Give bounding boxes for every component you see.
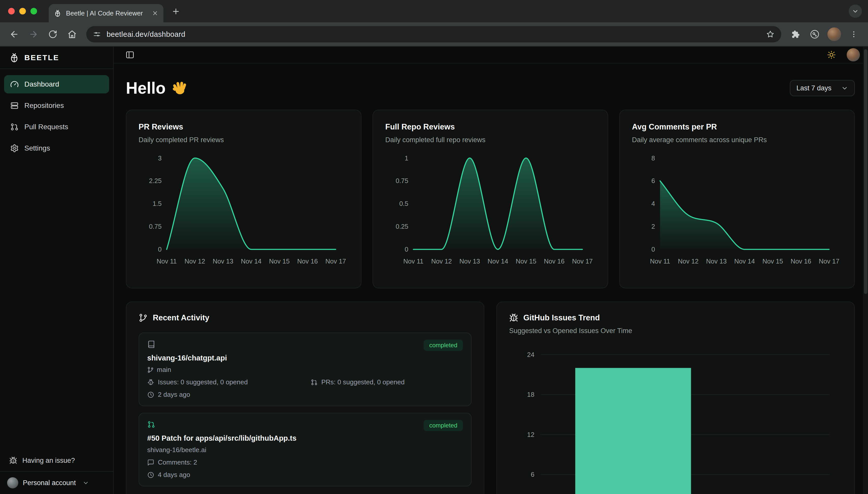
clock-icon — [147, 391, 154, 398]
activity-item-repo[interactable]: completed shivang-16/chatgpt.api main — [139, 332, 471, 406]
card-title: GitHub Issues Trend — [523, 313, 600, 322]
nav-label: Dashboard — [24, 80, 59, 88]
url-text: beetleai.dev/dashboard — [107, 30, 185, 39]
svg-text:Nov 13: Nov 13 — [706, 258, 727, 265]
user-avatar[interactable] — [847, 48, 860, 61]
forward-icon[interactable] — [24, 25, 43, 43]
beetle-favicon-icon — [54, 10, 61, 17]
sidebar: BEETLE Dashboard Repositories Pull Reque… — [0, 47, 114, 494]
svg-text:1.5: 1.5 — [153, 200, 162, 207]
svg-text:Nov 13: Nov 13 — [459, 258, 480, 265]
repositories-icon — [10, 101, 19, 110]
svg-text:0.25: 0.25 — [396, 223, 408, 230]
nav-label: Repositories — [24, 101, 64, 110]
password-manager-icon[interactable] — [806, 25, 824, 43]
svg-text:Nov 16: Nov 16 — [297, 258, 318, 265]
svg-text:6: 6 — [531, 471, 534, 478]
dashboard-content: Hello Last 7 days PR Reviews Daily compl… — [114, 63, 868, 494]
activity-item-pr[interactable]: completed #50 Patch for apps/api/src/lib… — [139, 413, 471, 487]
page-greeting: Hello — [126, 79, 188, 97]
svg-text:Nov 15: Nov 15 — [269, 258, 290, 265]
card-title: Avg Comments per PR — [632, 122, 842, 132]
svg-text:Nov 11: Nov 11 — [650, 258, 670, 265]
fullscreen-window-button[interactable] — [31, 8, 37, 15]
sidebar-nav: Dashboard Repositories Pull Requests Set… — [0, 69, 113, 164]
sidebar-item-settings[interactable]: Settings — [4, 139, 109, 157]
svg-text:3: 3 — [158, 155, 162, 162]
waving-hand-icon — [172, 80, 188, 96]
issues-icon — [147, 379, 154, 386]
gear-icon — [10, 144, 19, 153]
home-icon[interactable] — [63, 25, 81, 43]
svg-text:Nov 11: Nov 11 — [157, 258, 177, 265]
scrollbar[interactable] — [863, 47, 868, 494]
svg-text:0.75: 0.75 — [396, 177, 408, 184]
browser-profile-avatar[interactable] — [827, 27, 841, 41]
svg-text:Nov 16: Nov 16 — [544, 258, 564, 265]
pull-request-icon — [311, 379, 318, 386]
sidebar-item-repositories[interactable]: Repositories — [4, 96, 109, 115]
svg-text:0: 0 — [652, 246, 655, 253]
account-label: Personal account — [23, 479, 76, 487]
sidebar-item-dashboard[interactable]: Dashboard — [4, 75, 109, 93]
svg-text:Nov 15: Nov 15 — [763, 258, 783, 265]
avg-comments-chart: 02468Nov 11Nov 12Nov 13Nov 14Nov 15Nov 1… — [632, 151, 842, 267]
repo-name: shivang-16/beetle.ai — [147, 446, 206, 454]
prs-stat: PRs: 0 suggested, 0 opened — [321, 378, 405, 386]
svg-text:Nov 12: Nov 12 — [678, 258, 698, 265]
nav-label: Pull Requests — [24, 123, 68, 131]
bookmark-star-icon[interactable] — [766, 30, 775, 39]
browser-tab[interactable]: Beetle | AI Code Reviewer — [49, 4, 163, 22]
date-range-select[interactable]: Last 7 days — [790, 80, 855, 96]
repo-icon — [147, 340, 155, 348]
sidebar-item-pull-requests[interactable]: Pull Requests — [4, 118, 109, 136]
site-info-icon[interactable] — [93, 30, 101, 38]
new-tab-button[interactable] — [172, 7, 180, 16]
brand-text: BEETLE — [24, 53, 59, 62]
card-title: Recent Activity — [153, 313, 209, 322]
svg-text:12: 12 — [527, 431, 535, 438]
close-window-button[interactable] — [8, 8, 15, 15]
having-an-issue-link[interactable]: Having an issue? — [0, 450, 113, 471]
back-icon[interactable] — [5, 25, 23, 43]
avg-comments-card: Avg Comments per PR Daily average commen… — [619, 110, 855, 288]
svg-text:0: 0 — [405, 246, 408, 253]
svg-text:Nov 14: Nov 14 — [734, 258, 755, 265]
minimize-window-button[interactable] — [19, 8, 26, 15]
main-area: Hello Last 7 days PR Reviews Daily compl… — [114, 47, 868, 494]
url-bar[interactable]: beetleai.dev/dashboard — [86, 26, 781, 42]
svg-text:Nov 14: Nov 14 — [487, 258, 508, 265]
tab-search-chevron-icon[interactable] — [849, 4, 862, 18]
card-title: Full Repo Reviews — [385, 122, 595, 132]
activity-title: shivang-16/chatgpt.api — [147, 354, 463, 362]
git-branch-icon — [139, 313, 148, 322]
svg-text:Nov 14: Nov 14 — [241, 258, 262, 265]
theme-toggle-sun-icon[interactable] — [823, 47, 840, 63]
extensions-icon[interactable] — [786, 25, 805, 43]
svg-text:Nov 17: Nov 17 — [819, 258, 839, 265]
comments-icon — [147, 459, 154, 466]
pr-reviews-chart: 00.751.52.253Nov 11Nov 12Nov 13Nov 14Nov… — [139, 151, 349, 267]
account-switcher[interactable]: Personal account — [0, 471, 113, 494]
tab-close-icon[interactable] — [152, 10, 158, 17]
svg-text:24: 24 — [527, 351, 535, 358]
svg-text:0.5: 0.5 — [399, 200, 408, 207]
svg-text:8: 8 — [652, 155, 655, 162]
svg-text:4: 4 — [652, 200, 655, 207]
card-subtitle: Daily average comments across unique PRs — [632, 136, 842, 144]
svg-text:6: 6 — [652, 177, 655, 184]
sidebar-footer: Having an issue? Personal account — [0, 450, 113, 494]
brand: BEETLE — [0, 47, 113, 69]
comments-stat: Comments: 2 — [158, 458, 197, 466]
full-repo-reviews-chart: 00.250.50.751Nov 11Nov 12Nov 13Nov 14Nov… — [385, 151, 595, 267]
git-branch-icon — [147, 366, 154, 373]
browser-menu-icon[interactable] — [845, 25, 863, 43]
timestamp: 2 days ago — [158, 391, 190, 399]
nav-label: Settings — [24, 144, 50, 152]
pull-request-icon — [147, 420, 155, 429]
clock-icon — [147, 471, 154, 478]
sidebar-toggle-icon[interactable] — [122, 47, 138, 63]
scrollbar-thumb[interactable] — [864, 49, 868, 294]
issues-stat: Issues: 0 suggested, 0 opened — [158, 378, 248, 386]
refresh-icon[interactable] — [44, 25, 62, 43]
